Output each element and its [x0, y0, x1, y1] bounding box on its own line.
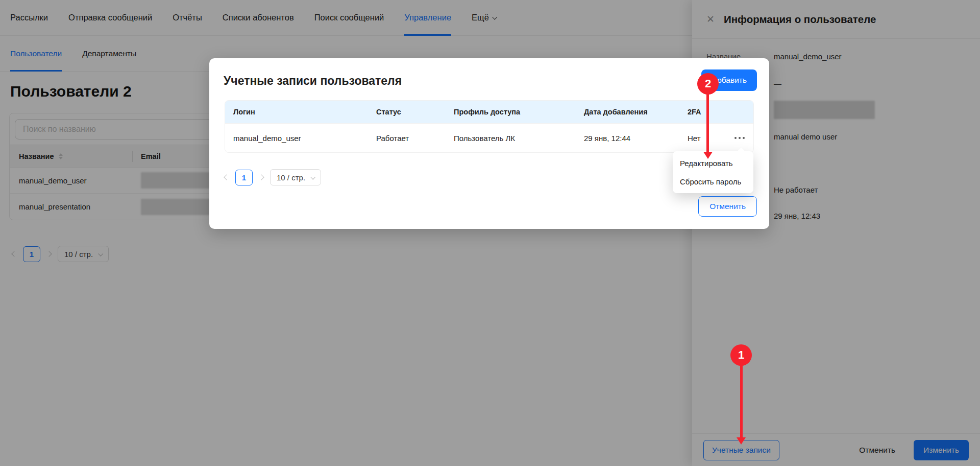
accounts-table-header: Логин Статус Профиль доступа Дата добавл… — [225, 101, 753, 123]
prev-page-button[interactable] — [225, 175, 229, 179]
date-added-cell: 29 янв, 12:44 — [576, 134, 679, 143]
chevron-left-icon — [224, 174, 229, 180]
modal-cancel-button[interactable]: Отменить — [698, 196, 757, 217]
page-size-select[interactable]: 10 / стр. — [270, 169, 321, 185]
menu-item-edit[interactable]: Редактировать — [673, 154, 753, 172]
chevron-down-icon — [310, 174, 315, 179]
accounts-modal: Учетные записи пользователя Добавить Лог… — [209, 58, 769, 229]
annotation-arrow-2 — [706, 94, 709, 152]
chevron-right-icon — [258, 174, 264, 180]
page-size-value: 10 / стр. — [277, 173, 305, 182]
col-2fa: 2FA — [679, 108, 726, 116]
annotation-arrowhead-2 — [703, 152, 713, 159]
modal-pagination: 1 10 / стр. — [225, 169, 321, 185]
status-cell: Работает — [368, 134, 446, 143]
step-badge-1: 1 — [730, 344, 752, 366]
col-status: Статус — [368, 108, 446, 116]
next-page-button[interactable] — [259, 175, 263, 179]
actions-cell — [726, 137, 753, 139]
menu-item-reset-password[interactable]: Сбросить пароль — [673, 172, 753, 191]
app-window: Рассылки Отправка сообщений Отчёты Списк… — [0, 0, 980, 466]
annotation-arrowhead-1 — [737, 437, 746, 445]
modal-title: Учетные записи пользователя — [224, 74, 402, 88]
row-actions-menu-icon[interactable] — [734, 137, 745, 139]
col-profile: Профиль доступа — [446, 108, 576, 116]
table-row[interactable]: manual_demo_user Работает Пользователь Л… — [225, 123, 753, 152]
profile-cell: Пользователь ЛК — [446, 134, 576, 143]
step-badge-2: 2 — [697, 73, 719, 95]
login-cell: manual_demo_user — [225, 134, 368, 143]
page-number-button[interactable]: 1 — [235, 170, 253, 185]
row-actions-dropdown: Редактировать Сбросить пароль — [673, 151, 753, 193]
accounts-table: Логин Статус Профиль доступа Дата добавл… — [225, 100, 754, 153]
col-date-added: Дата добавления — [576, 108, 679, 116]
col-login: Логин — [225, 108, 368, 116]
annotation-arrow-1 — [740, 365, 743, 437]
twofa-cell: Нет — [679, 134, 726, 143]
